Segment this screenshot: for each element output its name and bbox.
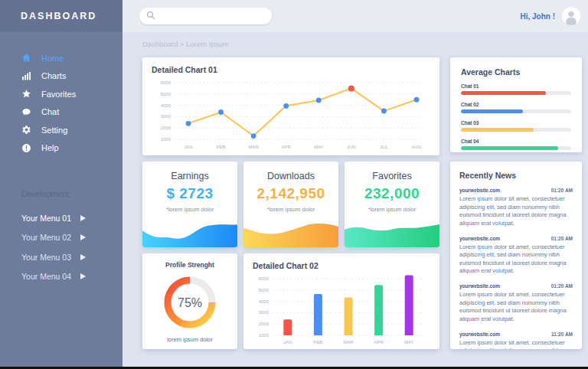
chart-title: Detailed Chart 02 (253, 261, 430, 270)
svg-text:AUG: AUG (411, 145, 421, 149)
main-area: Hi, John ! Dashboard > Lorem Ipsum Detai… (122, 0, 588, 369)
profile-title: Profile Strenght (165, 261, 214, 269)
news-body: Lorem ipsum dolor sit amet, consectetuer… (459, 195, 573, 228)
stat-value: $ 2723 (166, 185, 213, 202)
chevron-right-icon (80, 214, 86, 223)
news-time: 01:20 AM (551, 283, 573, 289)
search-bar[interactable] (139, 8, 272, 24)
svg-text:APR: APR (374, 340, 384, 345)
svg-text:4000: 4000 (161, 103, 172, 108)
svg-text:JUN: JUN (347, 145, 356, 149)
svg-text:APR: APR (282, 145, 292, 149)
area-sparkline (142, 221, 237, 247)
svg-text:JAN: JAN (283, 340, 292, 345)
progress-label: Chat 01 (461, 83, 571, 89)
svg-text:MAY: MAY (404, 340, 414, 345)
dev-menu-item-3[interactable]: Your Menu 03 (0, 247, 122, 267)
detailed-chart-01-card: Detailed Chart 01 1000200030004000500060… (142, 57, 439, 155)
sidebar-nav: Home Charts Favorites Chat Setting Help (0, 49, 122, 157)
svg-text:6000: 6000 (161, 80, 172, 85)
news-item: yourwebsite.com 01:20 AM Lorem ipsum dol… (459, 236, 573, 276)
help-icon (21, 142, 32, 153)
dev-menu-item-1[interactable]: Your Menu 01 (0, 208, 122, 228)
svg-text:4000: 4000 (259, 299, 270, 304)
svg-text:2000: 2000 (259, 322, 270, 326)
sidebar-item-home[interactable]: Home (0, 49, 122, 67)
sidebar-item-setting[interactable]: Setting (0, 121, 122, 139)
chat-icon (21, 106, 32, 117)
sidebar-dev-section: Development Your Menu 01 Your Menu 02 Yo… (0, 189, 122, 286)
svg-text:2000: 2000 (161, 126, 172, 130)
stat-caption: *lorem ipsum dolor (166, 206, 214, 213)
sidebar-item-label: Favorites (41, 90, 76, 99)
bar-chart: 100020003000400050006000JANFEBMARAPRMAY (253, 273, 430, 347)
avatar[interactable] (562, 7, 580, 25)
breadcrumb: Dashboard > Lorem Ipsum (142, 40, 582, 48)
news-source[interactable]: yourwebsite.com (459, 331, 500, 337)
progress-row: Chat 01 (461, 83, 571, 95)
stat-cards-row: Earnings $ 2723 *lorem ipsum dolor Downl… (142, 162, 439, 247)
topbar: Hi, John ! (122, 0, 588, 32)
news-item: yourwebsite.com 01:20 AM Lorem ipsum dol… (459, 283, 573, 324)
svg-text:5000: 5000 (259, 288, 270, 292)
app-title: DASHBOARD (0, 0, 122, 32)
svg-text:MAR: MAR (248, 145, 259, 149)
chart-title: Detailed Chart 01 (152, 65, 430, 74)
panel-title: Recently News (459, 171, 573, 180)
svg-text:3000: 3000 (161, 114, 172, 119)
recently-news-card: Recently News yourwebsite.com 01:20 AM L… (450, 162, 582, 349)
news-source[interactable]: yourwebsite.com (459, 236, 500, 241)
chevron-right-icon (80, 253, 86, 262)
svg-text:75%: 75% (178, 296, 202, 309)
chevron-right-icon (80, 272, 86, 281)
profile-caption: lorem ipsum dolor (167, 336, 213, 343)
stat-title: Downloads (267, 171, 315, 181)
average-charts-card: Average Charts Chat 01 Chat 02 Chat 03 C… (450, 57, 582, 152)
svg-text:1000: 1000 (161, 137, 172, 142)
progress-fill (461, 128, 534, 132)
area-sparkline (243, 221, 338, 247)
content: Dashboard > Lorem Ipsum Detailed Chart 0… (122, 32, 588, 369)
sidebar-item-favorites[interactable]: Favorites (0, 85, 122, 103)
area-sparkline (345, 221, 439, 247)
progress-fill (461, 146, 558, 150)
sidebar-item-label: Setting (41, 126, 67, 135)
progress-label: Chat 03 (461, 120, 571, 126)
progress-track (461, 128, 571, 132)
news-item: yourwebsite.com 11:20 AM Lorem ipsum dol… (459, 331, 573, 349)
sidebar-item-charts[interactable]: Charts (0, 67, 122, 86)
svg-text:MAR: MAR (343, 340, 354, 345)
sidebar-item-help[interactable]: Help (0, 139, 122, 158)
stat-card-favorites: Favorites 232,000 *lorem ipsum dolor (345, 162, 439, 247)
progress-bars: Chat 01 Chat 02 Chat 03 Chat 04 (461, 83, 571, 150)
progress-fill (461, 109, 523, 113)
svg-text:JAN: JAN (184, 145, 192, 149)
stat-title: Favorites (372, 171, 411, 181)
news-source[interactable]: yourwebsite.com (459, 188, 500, 193)
progress-track (461, 91, 571, 95)
star-icon (21, 89, 32, 100)
search-input[interactable] (155, 11, 265, 21)
dev-section-label: Development (0, 189, 122, 198)
svg-text:FEB: FEB (314, 340, 323, 345)
sidebar-item-chat[interactable]: Chat (0, 103, 122, 122)
news-source[interactable]: yourwebsite.com (459, 283, 500, 289)
svg-text:6000: 6000 (259, 276, 270, 281)
dev-menu-item-4[interactable]: Your Menu 04 (0, 267, 122, 287)
progress-row: Chat 04 (461, 139, 571, 150)
profile-strength-card: Profile Strenght 75% lorem ipsum dolor (142, 253, 237, 349)
stat-card-downloads: Downloads 2,142,950 *lorem ipsum dolor (243, 162, 338, 247)
svg-text:FEB: FEB (217, 145, 226, 149)
sidebar-item-label: Charts (41, 71, 66, 80)
chevron-right-icon (80, 233, 86, 242)
progress-row: Chat 03 (461, 120, 571, 132)
dev-menu-label: Your Menu 04 (21, 272, 71, 281)
news-body: Lorem ipsum dolor sit amet, consectetuer… (459, 339, 573, 349)
dev-menu-item-2[interactable]: Your Menu 02 (0, 228, 122, 248)
progress-label: Chat 04 (461, 139, 571, 144)
svg-text:5000: 5000 (161, 92, 172, 96)
dev-menu-label: Your Menu 03 (21, 253, 71, 262)
news-item: yourwebsite.com 01:20 AM Lorem ipsum dol… (459, 188, 573, 228)
line-chart: 100020003000400050006000JANFEBMARAPRMAYJ… (152, 77, 430, 152)
news-time: 01:20 AM (551, 188, 573, 193)
